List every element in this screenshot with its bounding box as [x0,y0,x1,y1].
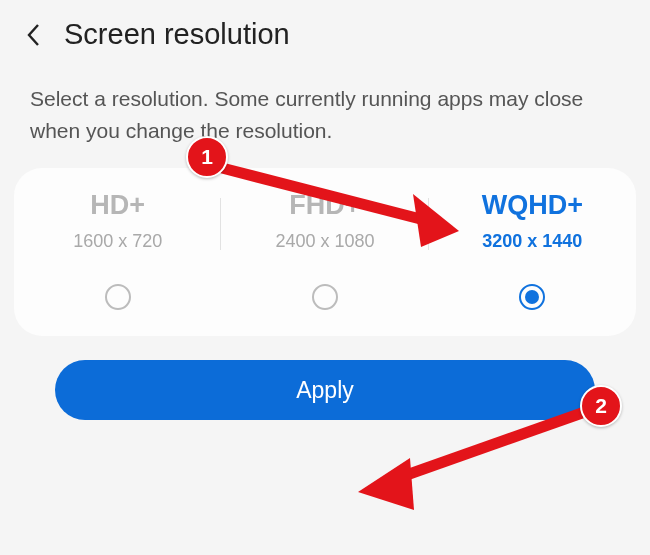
radio-icon[interactable] [519,284,545,310]
option-label: WQHD+ [482,190,583,221]
option-label: FHD+ [289,190,360,221]
option-label: HD+ [90,190,145,221]
resolution-options-card: HD+ 1600 x 720 FHD+ 2400 x 1080 WQHD+ 32… [14,168,636,336]
svg-line-2 [384,413,582,483]
description-text: Select a resolution. Some currently runn… [0,61,650,168]
option-resolution: 2400 x 1080 [275,231,374,252]
option-resolution: 1600 x 720 [73,231,162,252]
svg-marker-3 [358,458,414,510]
option-resolution: 3200 x 1440 [482,231,582,252]
option-wqhd[interactable]: WQHD+ 3200 x 1440 [429,190,636,310]
option-hd[interactable]: HD+ 1600 x 720 [14,190,221,310]
page-title: Screen resolution [64,18,290,51]
radio-icon[interactable] [105,284,131,310]
header: Screen resolution [0,0,650,61]
option-fhd[interactable]: FHD+ 2400 x 1080 [221,190,428,310]
back-icon[interactable] [22,23,46,47]
radio-icon[interactable] [312,284,338,310]
apply-button[interactable]: Apply [55,360,595,420]
